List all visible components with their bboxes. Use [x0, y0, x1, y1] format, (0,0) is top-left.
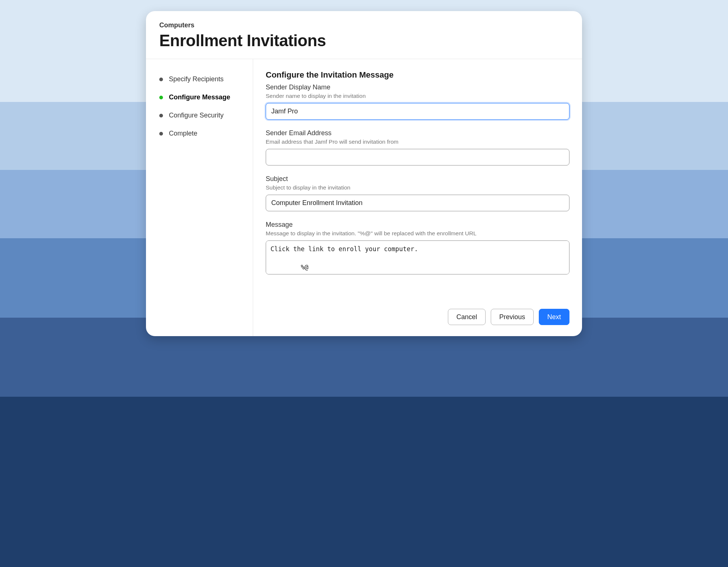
field-sender-email: Sender Email Address Email address that …	[266, 129, 569, 165]
step-configure-message[interactable]: Configure Message	[159, 88, 245, 106]
section-title: Configure the Invitation Message	[266, 70, 569, 80]
wizard-sidebar: Specify Recipients Configure Message Con…	[146, 59, 253, 336]
step-specify-recipients[interactable]: Specify Recipients	[159, 70, 245, 88]
body: Specify Recipients Configure Message Con…	[146, 59, 582, 336]
header: Computers Enrollment Invitations	[146, 11, 582, 59]
field-label: Message	[266, 221, 569, 229]
field-subject: Subject Subject to display in the invita…	[266, 175, 569, 211]
field-help: Subject to display in the invitation	[266, 184, 569, 191]
step-label: Configure Message	[169, 93, 230, 101]
step-dot-icon	[159, 78, 163, 81]
step-label: Specify Recipients	[169, 75, 224, 83]
sender-email-input[interactable]	[266, 149, 569, 165]
step-dot-icon	[159, 132, 163, 136]
field-help: Email address that Jamf Pro will send in…	[266, 139, 569, 145]
field-message: Message Message to display in the invita…	[266, 221, 569, 276]
field-help: Message to display in the invitation. "%…	[266, 230, 569, 237]
field-label: Subject	[266, 175, 569, 183]
main-content: Configure the Invitation Message Sender …	[253, 59, 582, 336]
step-complete[interactable]: Complete	[159, 124, 245, 143]
field-sender-name: Sender Display Name Sender name to displ…	[266, 83, 569, 120]
field-help: Sender name to display in the invitation	[266, 93, 569, 99]
field-label: Sender Email Address	[266, 129, 569, 137]
page-title: Enrollment Invitations	[159, 31, 569, 50]
step-dot-icon	[159, 96, 163, 99]
sender-name-input[interactable]	[266, 103, 569, 120]
subject-input[interactable]	[266, 195, 569, 211]
footer-actions: Cancel Previous Next	[266, 298, 569, 325]
cancel-button[interactable]: Cancel	[448, 309, 486, 325]
step-label: Configure Security	[169, 112, 224, 119]
breadcrumb[interactable]: Computers	[159, 21, 569, 29]
next-button[interactable]: Next	[539, 309, 569, 325]
previous-button[interactable]: Previous	[491, 309, 534, 325]
step-dot-icon	[159, 114, 163, 117]
message-textarea[interactable]	[266, 240, 569, 274]
step-label: Complete	[169, 130, 197, 137]
main-card: Computers Enrollment Invitations Specify…	[146, 11, 582, 336]
field-label: Sender Display Name	[266, 83, 569, 91]
step-configure-security[interactable]: Configure Security	[159, 106, 245, 124]
